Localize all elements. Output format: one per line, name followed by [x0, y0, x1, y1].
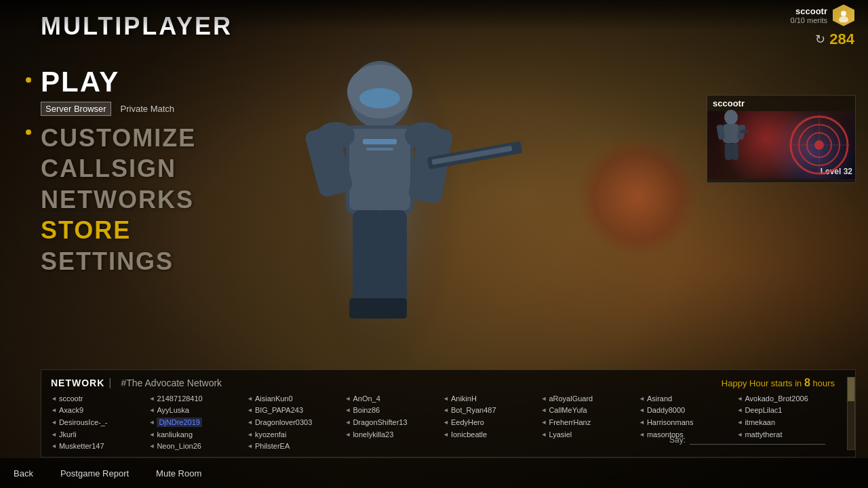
player-name: Asirand — [647, 394, 672, 403]
player-item: ◄DragonShifter13 — [345, 418, 443, 427]
player-item: ◄Bot_Ryan487 — [443, 406, 541, 414]
player-name: Dragonlover0303 — [255, 418, 312, 426]
top-bar: sccootr 0/10 merits — [0, 0, 868, 30]
svg-point-18 — [317, 122, 355, 149]
player-name: FreherrHanz — [549, 418, 591, 426]
player-speaker-icon: ◄ — [639, 407, 645, 413]
player-name: aRoyalGuard — [549, 394, 593, 403]
profile-card-name: sccootr — [713, 98, 745, 108]
player-speaker-icon: ◄ — [247, 419, 253, 426]
player-name: AisianKun0 — [255, 394, 293, 403]
player-item: ◄aRoyalGuard — [541, 394, 639, 403]
nav-store[interactable]: STORE — [41, 216, 196, 244]
player-name: Daddy8000 — [647, 406, 685, 414]
user-merits: 0/10 merits — [791, 16, 827, 24]
network-separator: | — [108, 377, 111, 389]
player-speaker-icon: ◄ — [443, 431, 449, 438]
customize-bullet — [26, 129, 31, 135]
player-item: ◄EedyHero — [443, 418, 541, 427]
player-item: ◄BIG_PAPA243 — [247, 406, 345, 414]
player-item: ◄DeepLilac1 — [737, 406, 835, 414]
network-title-group: NETWORK | #The Advocate Network — [51, 377, 222, 389]
player-item: ◄itmekaan — [737, 418, 835, 427]
happy-hour-prefix: Happy Hour starts in — [722, 378, 804, 388]
svg-rect-30 — [725, 143, 732, 160]
back-button[interactable]: Back — [14, 468, 33, 479]
player-item: ◄AisianKun0 — [247, 394, 345, 403]
player-speaker-icon: ◄ — [639, 419, 645, 426]
player-speaker-icon: ◄ — [639, 395, 645, 402]
network-scroll-thumb[interactable] — [848, 378, 854, 401]
player-item: ◄Dragonlover0303 — [247, 418, 345, 427]
private-match-tab[interactable]: Private Match — [117, 102, 178, 115]
nav-play-label[interactable]: PLAY — [41, 68, 196, 96]
nav-settings[interactable]: SETTINGS — [41, 247, 196, 275]
player-name: kyozenfai — [255, 430, 286, 439]
pilot-icon — [837, 9, 850, 22]
postgame-report-button[interactable]: Postgame Report — [60, 468, 129, 479]
svg-point-1 — [839, 16, 848, 22]
username: sccootr — [791, 6, 827, 16]
svg-rect-15 — [373, 298, 407, 319]
player-speaker-icon: ◄ — [737, 407, 743, 413]
player-item: ◄Harrisonmans — [639, 418, 737, 427]
bottom-bar: Back Postgame Report Mute Room — [0, 458, 868, 488]
svg-rect-17 — [366, 148, 393, 150]
player-item: ◄Musketter147 — [51, 442, 149, 450]
happy-hour-suffix: hours — [810, 378, 835, 388]
player-name: AnikinH — [451, 394, 477, 403]
player-speaker-icon: ◄ — [345, 431, 351, 438]
player-name: itmekaan — [745, 418, 775, 426]
player-speaker-icon: ◄ — [443, 419, 449, 426]
nav-networks[interactable]: NETWORKS — [41, 186, 196, 214]
say-area: Say: — [669, 434, 825, 445]
say-label: Say: — [669, 435, 686, 445]
svg-point-26 — [724, 110, 738, 125]
svg-rect-31 — [732, 143, 738, 160]
happy-hour-number: 8 — [804, 377, 810, 388]
svg-rect-13 — [376, 210, 407, 312]
happy-hour-text: Happy Hour starts in 8 hours — [722, 377, 835, 389]
player-speaker-icon: ◄ — [541, 419, 547, 426]
player-speaker-icon: ◄ — [149, 407, 155, 413]
player-name: AnOn_4 — [353, 394, 380, 403]
player-name: DesirousIce-_- — [59, 418, 108, 426]
user-info: sccootr 0/10 merits — [791, 5, 854, 26]
player-item: ◄lonelykilla23 — [345, 430, 443, 439]
nav-customize-section: CUSTOMIZE — [41, 124, 196, 152]
player-item: ◄21487128410 — [149, 394, 248, 403]
player-item: ◄CallMeYufa — [541, 406, 639, 414]
player-item: ◄sccootr — [51, 394, 149, 403]
mute-room-button[interactable]: Mute Room — [156, 468, 201, 479]
player-speaker-icon: ◄ — [443, 395, 449, 402]
svg-point-0 — [841, 11, 846, 16]
player-name: Musketter147 — [59, 442, 104, 450]
currency-bar: ↻ 284 — [815, 30, 854, 48]
player-speaker-icon: ◄ — [247, 395, 253, 402]
player-speaker-icon: ◄ — [247, 431, 253, 438]
player-speaker-icon: ◄ — [51, 431, 57, 438]
player-item: ◄Jkurli — [51, 430, 149, 439]
player-name: 21487128410 — [157, 394, 202, 403]
nav-callsign[interactable]: CALLSIGN — [41, 155, 196, 182]
player-name: kanliukang — [157, 430, 193, 439]
player-speaker-icon: ◄ — [541, 431, 547, 438]
player-item: ◄Daddy8000 — [639, 406, 737, 414]
player-item: ◄Avokado_Brot2006 — [737, 394, 835, 403]
server-browser-tab[interactable]: Server Browser — [41, 102, 111, 116]
svg-rect-16 — [363, 139, 397, 144]
svg-point-5 — [359, 88, 400, 108]
player-speaker-icon: ◄ — [149, 419, 155, 426]
network-scrollbar[interactable] — [847, 377, 855, 450]
say-input[interactable] — [690, 434, 825, 445]
player-speaker-icon: ◄ — [541, 407, 547, 413]
player-speaker-icon: ◄ — [149, 431, 155, 438]
profile-card-image: Level 32 — [707, 111, 855, 179]
player-speaker-icon: ◄ — [345, 407, 351, 413]
player-name: AyyLuska — [157, 406, 189, 414]
nav-customize[interactable]: CUSTOMIZE — [41, 124, 196, 152]
play-bullet — [26, 77, 31, 83]
orb-decoration — [576, 136, 698, 258]
player-item: ◄Asirand — [639, 394, 737, 403]
player-name: lonelykilla23 — [353, 430, 393, 439]
